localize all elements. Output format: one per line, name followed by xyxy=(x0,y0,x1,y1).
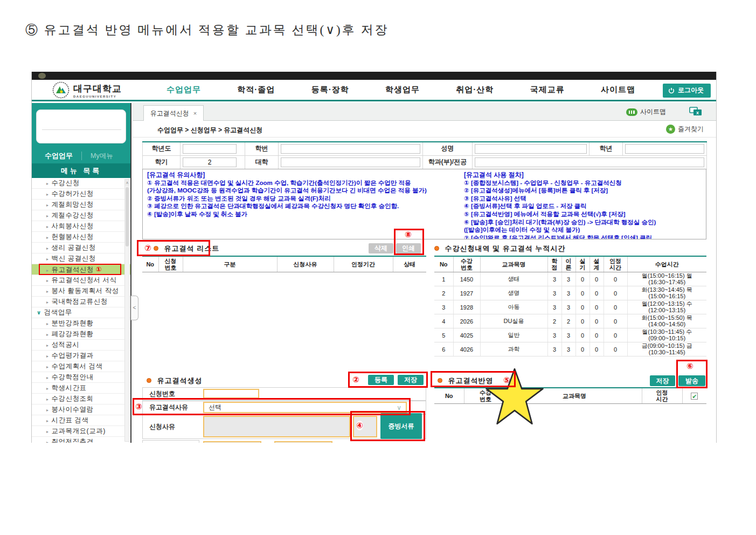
save-button-reflect[interactable]: 저장 xyxy=(650,375,675,386)
tab-yugo-application[interactable]: 유고결석신청 × xyxy=(143,105,204,121)
arrow-right-icon: ▸ xyxy=(46,419,49,423)
star-icon: ★ xyxy=(666,125,675,134)
sidebar-item-25[interactable]: ▸취업전직추격 xyxy=(32,437,130,443)
year-input[interactable] xyxy=(183,144,237,154)
enroll-cell: 1 xyxy=(434,272,453,286)
sidebar-item-13[interactable]: ∨검색업무 xyxy=(32,307,130,318)
content-area: 유고결석신청 × 사이트맵 x 수업업무 > 신청업무 > 유고결석신청 ★ 즐… xyxy=(133,103,717,443)
sidebar-item-18[interactable]: ▸수업계획서 검색 xyxy=(32,361,130,372)
enroll-cell: 화(13:30~14:45) 목(15:00~16:15) xyxy=(627,286,706,300)
grade-input[interactable] xyxy=(625,144,704,154)
reason-select[interactable]: 선택 ∨ xyxy=(203,402,407,413)
enroll-col-header: 수업시간 xyxy=(627,256,706,272)
close-all-windows-icon[interactable]: x xyxy=(689,107,702,116)
reflect-section-title: 유고결석반영 ⑤ xyxy=(438,375,510,386)
print-button[interactable]: 인쇄 xyxy=(396,243,421,253)
period-start-input[interactable]: ▦ xyxy=(203,441,261,443)
sidebar-item-5[interactable]: ▸사회봉사신청 xyxy=(32,221,130,232)
sidebar-item-4[interactable]: ▸계절수강신청 xyxy=(32,210,130,221)
register-button[interactable]: 등록 xyxy=(368,375,394,385)
notice-line: ① [종합정보시스템] - 수업업무 - 신청업무 - 유고결석신청 xyxy=(464,179,658,187)
reflect-col-header: 인정 시간 xyxy=(642,388,682,404)
section-bullet-icon xyxy=(154,246,158,251)
sidebar-item-14[interactable]: ▸분반강좌현황 xyxy=(32,318,130,329)
sidebar-item-19[interactable]: ▸수강학점안내 xyxy=(32,372,130,383)
studentno-input[interactable] xyxy=(281,144,420,154)
sidebar-item-21[interactable]: ▸수강신청조회 xyxy=(32,394,130,404)
tab-close-icon[interactable]: × xyxy=(193,110,197,116)
sidebar-item-11[interactable]: ▸봉사 활동계획서 작성 xyxy=(32,286,130,297)
enroll-col-header: 실 기 xyxy=(575,256,589,272)
sidebar-item-10[interactable]: ▸유고결석신청서 서식 xyxy=(32,275,130,286)
scroll-up-icon[interactable]: ∧ xyxy=(125,180,129,186)
sidebar-item-label: 계절희망신청 xyxy=(52,201,94,208)
period-separator: ~ xyxy=(267,442,270,443)
period-end-input[interactable]: ▦ xyxy=(274,441,332,443)
sidebar-item-label: 유고결석신청 xyxy=(52,266,94,273)
favorites-button[interactable]: ★ 즐겨찾기 xyxy=(666,125,704,134)
tab-strip: 유고결석신청 × 사이트맵 x xyxy=(133,103,717,121)
attach-button[interactable]: 증빙서류 xyxy=(380,413,422,439)
enroll-cell: 0 xyxy=(604,286,627,300)
logout-button[interactable]: 로그아웃 xyxy=(663,84,711,98)
sidebar-item-3[interactable]: ▸계절희망신청 xyxy=(32,200,130,210)
sidebar-tab-mymenu[interactable]: My메뉴 xyxy=(91,152,113,161)
sidebar-item-20[interactable]: ▸학생시간표 xyxy=(32,383,130,394)
nav-item-2[interactable]: 학적·졸업 xyxy=(237,85,275,95)
nav-item-4[interactable]: 학생업무 xyxy=(385,85,420,95)
grade-label: 학년 xyxy=(589,142,623,155)
sidebar-item-15[interactable]: ▸폐강강좌현황 xyxy=(32,329,130,340)
sidebar-item-24[interactable]: ▸교과목개요(교과) xyxy=(32,426,130,437)
table-row: 54025일반33000월(10:30~11:45) 수(09:00~10:15… xyxy=(434,328,706,342)
enroll-cell: 0 xyxy=(575,286,589,300)
arrow-right-icon: ▸ xyxy=(46,278,49,283)
app-reason-textarea[interactable] xyxy=(203,416,350,437)
enroll-cell: 0 xyxy=(589,342,604,356)
sidebar-item-12[interactable]: ▸국내학점교류신청 xyxy=(32,297,130,307)
checkbox-checked-icon[interactable]: ✔ xyxy=(691,393,698,400)
sidebar-tab-work[interactable]: 수업업무 xyxy=(45,151,73,161)
enroll-col-header: 수강 번호 xyxy=(453,256,480,272)
list-col-header: 신청사유 xyxy=(277,256,334,272)
college-input[interactable] xyxy=(281,157,420,167)
nav-item-5[interactable]: 취업·산학 xyxy=(456,85,494,95)
sidebar-item-16[interactable]: ▸성적공시 xyxy=(32,340,130,351)
sidebar-item-1[interactable]: ▸수강신청 xyxy=(32,178,130,189)
save-button-create[interactable]: 저장 xyxy=(398,375,424,385)
dept-input[interactable] xyxy=(475,157,704,167)
sidebar-item-23[interactable]: ▸시간표 검색 xyxy=(32,415,130,426)
sidebar-item-9[interactable]: ▸유고결석신청① xyxy=(32,264,130,275)
sitemap-link[interactable]: 사이트맵 xyxy=(626,107,666,116)
annotation-1: ① xyxy=(96,265,102,273)
enroll-cell: 0 xyxy=(604,272,627,286)
app-no-input[interactable] xyxy=(203,389,259,399)
nav-item-7[interactable]: 사이트맵 xyxy=(601,85,635,95)
semester-input[interactable] xyxy=(183,157,237,167)
sidebar-item-17[interactable]: ▸수업평가결과 xyxy=(32,351,130,361)
name-input[interactable] xyxy=(475,144,587,154)
sidebar-item-6[interactable]: ▸헌혈봉사신청 xyxy=(32,232,130,243)
list-col-header: 상태 xyxy=(393,256,426,272)
nav-item-1[interactable]: 수업업무 xyxy=(167,85,201,95)
enroll-cell: 3 xyxy=(434,300,453,314)
sidebar-item-label: 사회봉사신청 xyxy=(52,222,94,230)
sidebar-item-2[interactable]: ▸수강허가신청 xyxy=(32,189,130,200)
scrollbar-thumb[interactable] xyxy=(126,187,129,246)
sidebar-item-22[interactable]: ▸봉사이수열람 xyxy=(32,404,130,415)
university-name-en: DAEGUUNIVERSITY xyxy=(73,95,122,98)
list-col-header: 신청 번호 xyxy=(158,256,183,272)
list-section-title: ⑦ 유고결석 리스트 xyxy=(144,243,219,253)
university-logo-icon xyxy=(52,81,70,99)
sidebar-item-8[interactable]: ▸백신 공결신청 xyxy=(32,253,130,264)
arrow-right-icon: ▸ xyxy=(46,257,49,262)
nav-item-3[interactable]: 등록·장학 xyxy=(311,85,349,95)
university-logo[interactable]: 대구대학교 DAEGUUNIVERSITY xyxy=(52,81,122,99)
nav-item-6[interactable]: 국제교류 xyxy=(530,85,565,95)
enroll-cell: 0 xyxy=(589,328,604,342)
send-button[interactable]: 발송 xyxy=(678,375,705,386)
sidebar-collapse-handle[interactable]: < xyxy=(131,296,138,320)
sidebar-item-label: 검색업무 xyxy=(44,308,72,316)
sidebar-item-7[interactable]: ▸생리 공결신청 xyxy=(32,243,130,253)
sidebar-scrollbar[interactable]: ∧ xyxy=(124,179,130,442)
delete-button[interactable]: 삭제 xyxy=(369,243,393,253)
